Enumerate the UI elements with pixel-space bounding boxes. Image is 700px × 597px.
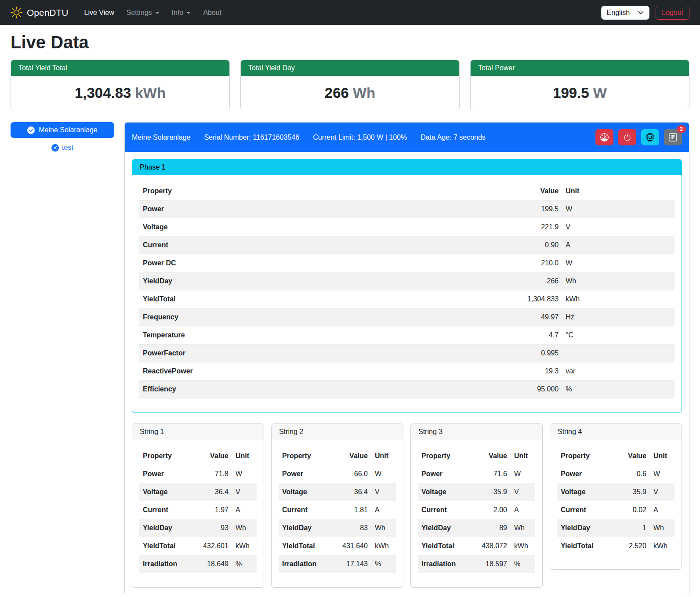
column-property: Property (139, 447, 197, 465)
table-header-row: Property Value Unit (139, 447, 257, 465)
table-row: YieldTotal1,304.833kWh (139, 290, 675, 308)
table-row: Power199.5W (139, 200, 675, 218)
column-unit: Unit (371, 447, 396, 465)
table-row: Current1.81A (279, 501, 396, 519)
table-row: YieldTotal431.640kWh (279, 537, 396, 555)
table-row: Irradiation18.597% (418, 555, 535, 573)
table-row: Power0.6W (557, 465, 675, 483)
column-value: Value (487, 182, 562, 200)
inverter-name: Meine Solaranlage (132, 134, 190, 141)
power-icon (623, 133, 631, 141)
cpu-icon (646, 133, 654, 141)
phase-card: Phase 1 Property Value Unit Power199.5WV… (132, 159, 682, 413)
inverter-card: Meine Solaranlage Serial Number: 1161716… (124, 122, 689, 595)
string-title: String 2 (272, 424, 403, 440)
nav-item-live-view[interactable]: Live View (78, 5, 120, 20)
table-row: PowerFactor0.995 (139, 344, 675, 362)
inverter-header: Meine Solaranlage Serial Number: 1161716… (125, 123, 689, 152)
inverter-data-age: Data Age: 7 seconds (421, 134, 486, 141)
table-row: Temperature4.7°C (139, 326, 675, 344)
brand[interactable]: OpenDTU (11, 7, 69, 18)
nav-right: English Logout (601, 6, 689, 20)
table-row: YieldTotal2.520kWh (557, 537, 675, 555)
journal-text-icon (669, 133, 677, 141)
column-unit: Unit (562, 182, 675, 200)
language-selected: English (607, 9, 630, 17)
inverter-selector-label: Meine Solaranlage (39, 126, 97, 134)
card-title: Total Yield Total (11, 60, 229, 76)
table-row: Voltage35.9V (557, 483, 675, 501)
event-log-button[interactable]: 2 (664, 129, 682, 145)
table-row: YieldDay89Wh (418, 519, 535, 537)
table-row: Current2.00A (418, 501, 535, 519)
logout-button[interactable]: Logout (656, 6, 689, 20)
column-property: Property (139, 182, 487, 200)
device-info-button[interactable] (641, 129, 659, 145)
column-unit: Unit (232, 447, 257, 465)
chevron-down-icon (638, 10, 644, 16)
table-header-row: Property Value Unit (418, 447, 535, 465)
table-row: Power71.6W (418, 465, 535, 483)
string-4-table: Property Value Unit Power0.6WVoltage35.9… (557, 447, 675, 555)
table-row: Frequency49.97Hz (139, 308, 675, 326)
column-value: Value (475, 447, 511, 465)
card-title: Total Yield Day (241, 60, 459, 76)
string-title: String 4 (550, 424, 682, 440)
string-4-card: String 4 Property Value Unit Power0.6WVo… (550, 423, 682, 570)
inverter-serial: Serial Number: 116171603546 (204, 134, 299, 141)
table-row: Irradiation18.649% (139, 555, 257, 573)
chevron-down-icon (155, 12, 160, 14)
total-yield-total-card: Total Yield Total 1,304.83 kWh (11, 60, 230, 110)
column-property: Property (418, 447, 475, 465)
inverter-selector-inactive[interactable]: test (11, 144, 114, 152)
table-header-row: Property Value Unit (139, 182, 675, 200)
brand-label: OpenDTU (27, 7, 69, 18)
string-2-table: Property Value Unit Power66.0WVoltage36.… (279, 447, 396, 573)
table-row: Voltage36.4V (139, 483, 257, 501)
table-row: Voltage36.4V (279, 483, 396, 501)
total-yield-total-unit: kWh (135, 85, 166, 101)
nav-item-info[interactable]: Info (166, 5, 197, 20)
total-yield-day-unit: Wh (353, 85, 375, 101)
column-unit: Unit (650, 447, 675, 465)
table-header-row: Property Value Unit (557, 447, 675, 465)
column-property: Property (279, 447, 336, 465)
table-row: Current1.97A (139, 501, 257, 519)
table-row: Power71.8W (139, 465, 257, 483)
inverter-info: Meine Solaranlage Serial Number: 1161716… (132, 134, 595, 141)
nav-item-about[interactable]: About (197, 5, 228, 20)
total-power-card: Total Power 199.5 W (470, 60, 689, 110)
strings-row: String 1 Property Value Unit Power71.8WV… (132, 423, 682, 588)
string-1-table: Property Value Unit Power71.8WVoltage36.… (139, 447, 257, 573)
table-row: YieldDay266Wh (139, 272, 675, 290)
string-3-table: Property Value Unit Power71.6WVoltage35.… (418, 447, 535, 573)
nav-item-settings[interactable]: Settings (120, 5, 166, 20)
event-count-badge: 2 (677, 125, 686, 133)
inverter-actions: 2 (595, 129, 682, 145)
speedometer-icon (600, 133, 609, 141)
string-title: String 1 (132, 424, 264, 440)
table-row: Voltage35.9V (418, 483, 535, 501)
inverter-selector-active[interactable]: Meine Solaranlage (11, 122, 114, 138)
table-row: YieldDay83Wh (279, 519, 396, 537)
power-settings-button[interactable] (618, 129, 636, 145)
limit-settings-button[interactable] (595, 129, 613, 145)
check-circle-icon (27, 127, 35, 134)
phase-title: Phase 1 (132, 159, 682, 175)
string-1-card: String 1 Property Value Unit Power71.8WV… (132, 423, 264, 588)
table-row: Irradiation17.143% (279, 555, 396, 573)
total-power-value: 199.5 (553, 85, 589, 101)
table-row: YieldTotal438.072kWh (418, 537, 535, 555)
column-value: Value (615, 447, 650, 465)
total-yield-day-card: Total Yield Day 266 Wh (240, 60, 460, 110)
table-row: Power66.0W (279, 465, 396, 483)
nav-links: Live View Settings Info About (78, 5, 599, 20)
total-power-unit: W (593, 85, 607, 101)
language-select[interactable]: English (601, 6, 649, 20)
table-row: Voltage221.9V (139, 218, 675, 236)
card-title: Total Power (471, 60, 689, 76)
inverter-selector-label: test (62, 144, 73, 152)
table-header-row: Property Value Unit (279, 447, 396, 465)
string-2-card: String 2 Property Value Unit Power66.0WV… (271, 423, 403, 588)
table-row: Current0.02A (557, 501, 675, 519)
